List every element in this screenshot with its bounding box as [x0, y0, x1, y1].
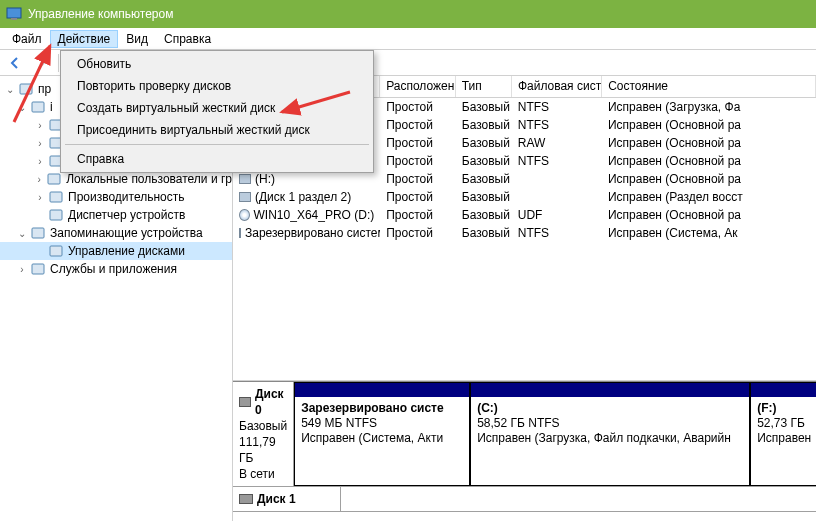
expand-toggle[interactable]: › [34, 192, 46, 203]
titlebar[interactable]: Управление компьютером [0, 0, 816, 28]
cell-layout: Простой [380, 207, 456, 223]
menu-separator [65, 144, 369, 145]
menu-item-attach-vhd[interactable]: Присоединить виртуальный жесткий диск [63, 119, 371, 141]
partition[interactable]: (F:)52,73 ГБИсправен [750, 382, 816, 486]
expand-toggle[interactable]: ⌄ [16, 228, 28, 239]
volume-name: WIN10_X64_PRO (D:) [254, 208, 375, 222]
partition[interactable]: (C:)58,52 ГБ NTFSИсправен (Загрузка, Фай… [470, 382, 750, 486]
storage-icon [30, 225, 46, 241]
volume-name: (H:) [255, 172, 275, 186]
disk-name: Диск 0 [255, 386, 287, 418]
tree-item-label: пр [36, 82, 51, 96]
cell-state: Исправен (Загрузка, Фа [602, 99, 816, 115]
cell-state: Исправен (Основной ра [602, 135, 816, 151]
partition[interactable]: Зарезервировано систе549 МБ NTFSИсправен… [294, 382, 470, 486]
volume-name: (Диск 1 раздел 2) [255, 190, 351, 204]
forward-button[interactable] [30, 52, 52, 74]
svg-rect-12 [32, 264, 44, 274]
cell-type: Базовый [456, 225, 512, 241]
cell-type: Базовый [456, 189, 512, 205]
cell-fs: RAW [512, 135, 602, 151]
disk-row[interactable]: Диск 1 [233, 487, 816, 512]
partition-state: Исправен [757, 431, 816, 446]
cell-state: Исправен (Раздел восст [602, 189, 816, 205]
cell-state: Исправен (Основной ра [602, 153, 816, 169]
grid-row[interactable]: Зарезервировано системойПростойБазовыйNT… [233, 224, 816, 242]
tree-item-label: Локальные пользователи и гр [64, 172, 232, 186]
tree-item[interactable]: ›Службы и приложения [0, 260, 232, 278]
disk-status: В сети [239, 466, 287, 482]
disk-map[interactable]: Диск 0Базовый111,79 ГБВ сетиЗарезервиров… [233, 381, 816, 521]
partition-size: 549 МБ NTFS [301, 416, 463, 431]
svg-rect-1 [11, 18, 17, 20]
tree-item[interactable]: Управление дисками [0, 242, 232, 260]
cell-layout: Простой [380, 171, 456, 187]
tree-item-label: Службы и приложения [48, 262, 177, 276]
tree-item-label: і [48, 100, 53, 114]
disk-name: Диск 1 [257, 491, 296, 507]
svg-rect-0 [7, 8, 21, 18]
menu-item-refresh[interactable]: Обновить [63, 53, 371, 75]
partition-state: Исправен (Система, Акти [301, 431, 463, 446]
menu-item-help[interactable]: Справка [63, 148, 371, 170]
cell-fs [512, 196, 602, 198]
expand-toggle[interactable]: › [16, 264, 28, 275]
partition-state: Исправен (Загрузка, Файл подкачки, Авари… [477, 431, 743, 446]
cell-layout: Простой [380, 225, 456, 241]
cell-state: Исправен (Основной ра [602, 207, 816, 223]
svg-rect-8 [50, 192, 62, 202]
grid-row[interactable]: (Диск 1 раздел 2)ПростойБазовыйИсправен … [233, 188, 816, 206]
cell-layout: Простой [380, 99, 456, 115]
partition-stripe [471, 383, 749, 397]
expand-toggle[interactable]: › [34, 174, 44, 185]
disk-info: Диск 1 [233, 487, 341, 511]
cell-fs: UDF [512, 207, 602, 223]
expand-toggle[interactable]: › [34, 138, 46, 149]
col-state[interactable]: Состояние [602, 76, 816, 97]
expand-toggle[interactable]: ⌄ [16, 102, 28, 113]
disc-icon [239, 209, 250, 221]
disk-size: 111,79 ГБ [239, 434, 287, 466]
col-fs[interactable]: Файловая система [512, 76, 602, 97]
tools-icon [30, 99, 46, 115]
expand-toggle[interactable]: › [34, 156, 46, 167]
menu-item-rescan[interactable]: Повторить проверку дисков [63, 75, 371, 97]
volume-icon [239, 174, 251, 184]
cell-fs: NTFS [512, 99, 602, 115]
partition-stripe [295, 383, 469, 397]
partition-title: (F:) [757, 401, 816, 416]
cell-state: Исправен (Основной ра [602, 171, 816, 187]
back-button[interactable] [4, 52, 26, 74]
expand-toggle[interactable]: › [34, 120, 46, 131]
cell-fs: NTFS [512, 153, 602, 169]
menu-help[interactable]: Справка [156, 30, 219, 48]
cell-layout: Простой [380, 189, 456, 205]
devicemgr-icon [48, 207, 64, 223]
menu-item-create-vhd[interactable]: Создать виртуальный жесткий диск [63, 97, 371, 119]
menu-file[interactable]: Файл [4, 30, 50, 48]
svg-rect-7 [48, 174, 60, 184]
disk-type: Базовый [239, 418, 287, 434]
tree-item-label: Производительность [66, 190, 184, 204]
menu-view[interactable]: Вид [118, 30, 156, 48]
tree-item[interactable]: ⌄Запоминающие устройства [0, 224, 232, 242]
tree-item[interactable]: Диспетчер устройств [0, 206, 232, 224]
col-layout[interactable]: Расположение [380, 76, 456, 97]
svg-rect-2 [20, 84, 32, 94]
menu-action[interactable]: Действие [50, 30, 119, 48]
cell-state: Исправен (Система, Ак [602, 225, 816, 241]
expand-toggle[interactable]: ⌄ [4, 84, 16, 95]
svg-rect-11 [50, 246, 62, 256]
cell-type: Базовый [456, 171, 512, 187]
cell-state: Исправен (Основной ра [602, 117, 816, 133]
grid-row[interactable]: WIN10_X64_PRO (D:)ПростойБазовыйUDFИспра… [233, 206, 816, 224]
col-type[interactable]: Тип [456, 76, 512, 97]
partition-stripe [751, 383, 816, 397]
volume-name: Зарезервировано системой [245, 226, 380, 240]
computer-icon [18, 81, 34, 97]
cell-type: Базовый [456, 207, 512, 223]
disk-row[interactable]: Диск 0Базовый111,79 ГБВ сетиЗарезервиров… [233, 382, 816, 487]
tree-item[interactable]: ›Производительность [0, 188, 232, 206]
app-icon [6, 6, 22, 22]
svg-rect-3 [32, 102, 44, 112]
